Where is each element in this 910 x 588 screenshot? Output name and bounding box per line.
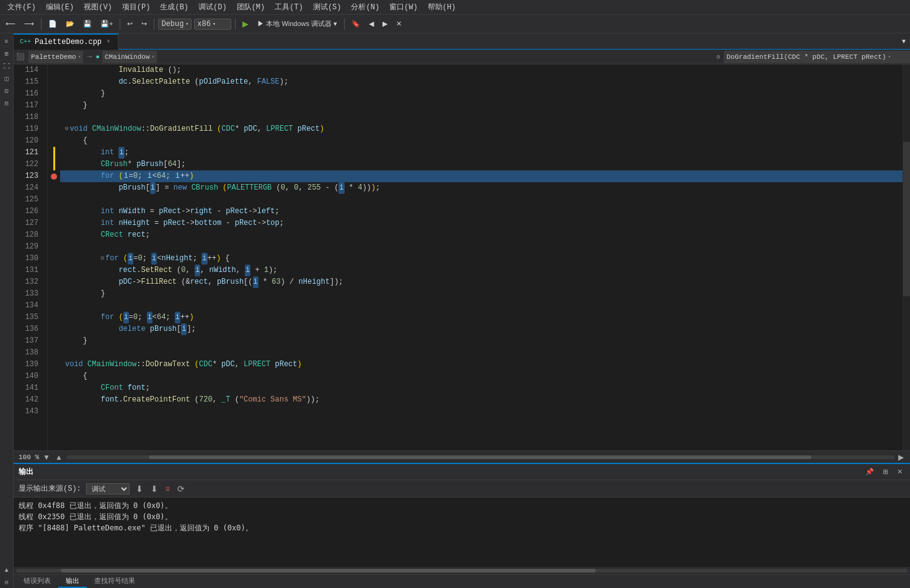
menu-team[interactable]: 团队(M): [232, 1, 270, 14]
fold-130[interactable]: ⊟: [101, 253, 104, 265]
platform-dropdown[interactable]: x86 ▾: [194, 19, 231, 30]
nav-class-label: CMainWindow: [105, 53, 150, 61]
bottom-tab-find[interactable]: 查找符号结果: [87, 575, 143, 588]
ind-122: [48, 159, 60, 170]
ind-128: [48, 229, 60, 241]
menubar: 文件(F) 编辑(E) 视图(V) 项目(P) 生成(B) 调试(D) 团队(M…: [0, 0, 910, 15]
ind-130: [48, 253, 60, 265]
toolbar-open-btn[interactable]: 📂: [63, 18, 77, 30]
ind-133: [48, 288, 60, 300]
toolbar-save-btn[interactable]: 💾: [80, 18, 95, 30]
ln-126: 126: [14, 206, 42, 217]
ind-131: [48, 265, 60, 276]
toolbar-btn-b[interactable]: ◀: [366, 18, 377, 30]
toolbar-sep2: [120, 19, 120, 30]
nav-project-select[interactable]: PaletteDemo ▾: [29, 51, 83, 63]
ind-136: [48, 323, 60, 335]
output-scroll-h[interactable]: [14, 567, 910, 574]
main-area: C++ PaletteDemo.cpp × ▼ ⬛ PaletteDemo ▾ …: [14, 33, 910, 588]
left-sidebar: ≡ ⊞ ⛶ ◫ ⊡ ⊟ ▲ ⊘: [0, 33, 14, 588]
code-line-141: CFont font;: [60, 382, 903, 394]
fold-119[interactable]: ⊟: [65, 123, 68, 135]
output-find-btn[interactable]: ⟳: [176, 483, 186, 495]
menu-view[interactable]: 视图(V): [79, 1, 117, 14]
output-clear-btn[interactable]: ⬇: [135, 483, 144, 495]
ln-133: 133: [14, 288, 42, 300]
toolbar-btn-d[interactable]: ✕: [393, 18, 405, 30]
nav-class-select[interactable]: CMainWindow ▾: [102, 51, 157, 63]
sidebar-icon-2[interactable]: ⊞: [1, 48, 12, 59]
toolbar-redo-btn[interactable]: ↪: [138, 18, 150, 30]
sidebar-icon-1[interactable]: ≡: [1, 36, 12, 47]
output-source-select[interactable]: 调试: [86, 483, 130, 494]
menu-file[interactable]: 文件(F): [2, 1, 41, 14]
horizontal-scrollbar[interactable]: [66, 455, 895, 459]
ind-125: [48, 194, 60, 206]
tab-scroll-right[interactable]: ▼: [898, 36, 910, 46]
menu-test[interactable]: 测试(S): [308, 1, 347, 14]
nav-project-arrow: ▾: [78, 54, 81, 59]
scroll-right-btn[interactable]: ▶: [897, 453, 905, 462]
debug-config-dropdown[interactable]: Debug ▾: [158, 19, 192, 30]
code-line-115: dc.SelectPalette (pOldPalette, FALSE);: [60, 76, 903, 88]
output-float-btn[interactable]: ⊞: [880, 467, 891, 477]
ln-139: 139: [14, 359, 42, 371]
ln-131: 131: [14, 265, 42, 276]
sidebar-icon-7[interactable]: ▲: [1, 564, 12, 576]
active-tab[interactable]: C++ PaletteDemo.cpp ×: [14, 33, 118, 50]
menu-build[interactable]: 生成(B): [155, 1, 193, 14]
code-line-142: font.CreatePointFont (720, _T ("Comic Sa…: [60, 394, 903, 406]
start-debug-btn[interactable]: ▶: [239, 17, 252, 30]
code-line-134: [60, 300, 903, 312]
ln-116: 116: [14, 88, 42, 100]
sidebar-icon-8[interactable]: ⊘: [1, 577, 12, 588]
ind-127: [48, 217, 60, 229]
zoom-increase-btn[interactable]: ▲: [54, 453, 64, 462]
toolbar-back-btn[interactable]: ⟵: [2, 18, 19, 30]
menu-tools[interactable]: 工具(T): [270, 1, 308, 14]
run-label-btn[interactable]: ▶ 本地 Windows 调试器 ▾: [254, 17, 340, 30]
platform-arrow: ▾: [213, 21, 216, 27]
code-line-129: [60, 241, 903, 253]
menu-help[interactable]: 帮助(H): [423, 1, 461, 14]
output-close-btn[interactable]: ✕: [895, 467, 905, 477]
bottom-tab-output[interactable]: 输出: [58, 575, 87, 588]
menu-debug[interactable]: 调试(D): [193, 1, 232, 14]
ind-140: [48, 371, 60, 382]
ln-129: 129: [14, 241, 42, 253]
toolbar-btn-a[interactable]: 🔖: [348, 18, 363, 30]
toolbar-sep3: [154, 19, 154, 30]
output-title: 输出: [19, 467, 33, 477]
bottom-tab-errors[interactable]: 错误列表: [16, 575, 58, 588]
code-content[interactable]: Invalidate (); dc.SelectPalette (pOldPal…: [60, 64, 903, 450]
sidebar-icon-6[interactable]: ⊟: [1, 98, 12, 109]
output-toolbar: 显示输出来源(S): 调试 ⬇ ⬇ ≡ ⟳: [14, 480, 910, 498]
code-line-128: CRect rect;: [60, 229, 903, 241]
menu-edit[interactable]: 编辑(E): [41, 1, 79, 14]
menu-analyze[interactable]: 分析(N): [346, 1, 384, 14]
run-label-text: ▶ 本地 Windows 调试器: [257, 20, 332, 27]
sidebar-icon-4[interactable]: ◫: [1, 73, 12, 84]
tab-close-btn[interactable]: ×: [105, 38, 112, 46]
toolbar-new-btn[interactable]: 📄: [45, 18, 60, 30]
ln-130: 130: [14, 253, 42, 265]
output-filter-btn[interactable]: ≡: [164, 483, 171, 494]
code-line-130: ⊟for (i=0; i<nHeight; i++) {: [60, 253, 903, 265]
nav-method-select[interactable]: DoGradientFill(CDC * pDC, LPRECT pRect) …: [724, 51, 910, 63]
output-pin-btn[interactable]: 📌: [863, 467, 877, 477]
sidebar-icon-5[interactable]: ⊡: [1, 86, 12, 97]
sidebar-icon-3[interactable]: ⛶: [1, 61, 12, 72]
output-wrap-btn[interactable]: ⬇: [149, 483, 159, 495]
code-line-143: [60, 406, 903, 418]
toolbar-saveall-btn[interactable]: 💾+: [97, 18, 116, 30]
code-line-124: pBrush[i] = new CBrush (PALETTERGB (0, 0…: [60, 182, 903, 194]
toolbar-forward-btn[interactable]: ⟶: [21, 18, 37, 30]
zoom-decrease-btn[interactable]: ▼: [42, 453, 51, 462]
menu-window[interactable]: 窗口(W): [384, 1, 423, 14]
toolbar-undo-btn[interactable]: ↩: [124, 18, 136, 30]
nav-class-arrow: ▾: [152, 54, 155, 59]
breakpoint-123[interactable]: [51, 173, 57, 180]
ln-134: 134: [14, 300, 42, 312]
menu-project[interactable]: 项目(P): [117, 1, 156, 14]
toolbar-btn-c[interactable]: ▶: [379, 18, 391, 30]
